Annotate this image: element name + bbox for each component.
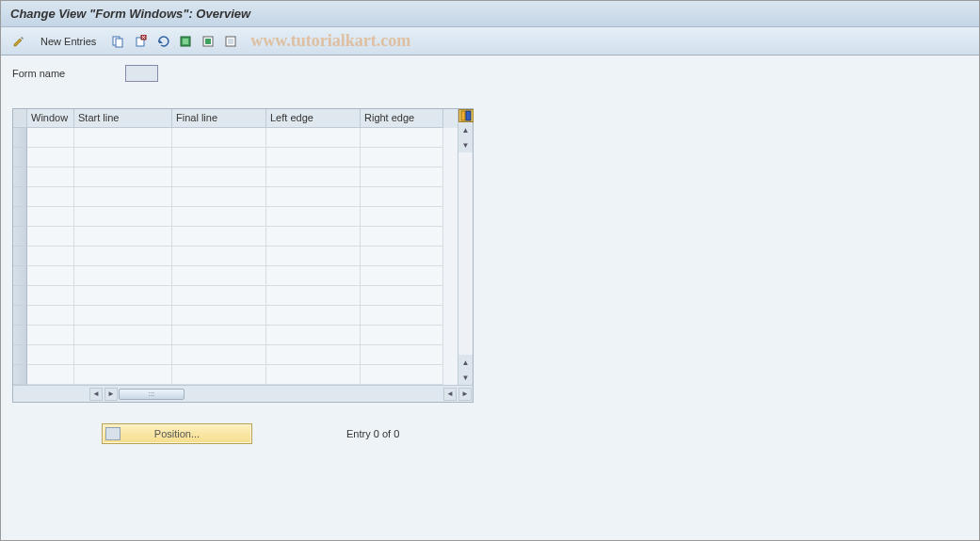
cell-window[interactable] bbox=[27, 128, 74, 148]
cell-left-edge[interactable] bbox=[266, 187, 361, 207]
cell-start-line[interactable] bbox=[74, 207, 172, 227]
cell-start-line[interactable] bbox=[74, 247, 172, 266]
cell-final-line[interactable] bbox=[172, 187, 266, 207]
cell-final-line[interactable] bbox=[172, 167, 266, 187]
vertical-scroll-track[interactable] bbox=[458, 152, 473, 355]
cell-final-line[interactable] bbox=[172, 266, 266, 286]
row-selector[interactable] bbox=[13, 247, 27, 266]
cell-final-line[interactable] bbox=[172, 247, 266, 266]
cell-right-edge[interactable] bbox=[361, 128, 443, 148]
table-settings-icon[interactable] bbox=[458, 109, 474, 122]
cell-right-edge[interactable] bbox=[361, 326, 443, 345]
cell-window[interactable] bbox=[27, 306, 74, 326]
column-header-start-line[interactable]: Start line bbox=[74, 109, 172, 128]
cell-final-line[interactable] bbox=[172, 345, 266, 365]
select-all-rows-corner[interactable] bbox=[13, 109, 27, 128]
scroll-left-icon[interactable]: ◄ bbox=[89, 388, 103, 401]
scroll-down-page-icon[interactable]: ▲ bbox=[458, 355, 473, 370]
cell-final-line[interactable] bbox=[172, 286, 266, 306]
cell-window[interactable] bbox=[27, 266, 74, 286]
cell-left-edge[interactable] bbox=[266, 227, 361, 247]
cell-left-edge[interactable] bbox=[266, 365, 361, 385]
cell-window[interactable] bbox=[27, 148, 74, 167]
cell-window[interactable] bbox=[27, 227, 74, 247]
row-selector[interactable] bbox=[13, 207, 27, 227]
cell-final-line[interactable] bbox=[172, 365, 266, 385]
cell-final-line[interactable] bbox=[172, 306, 266, 326]
cell-start-line[interactable] bbox=[74, 128, 172, 148]
position-button[interactable]: Position... bbox=[102, 423, 252, 444]
row-selector[interactable] bbox=[13, 167, 27, 187]
column-header-final-line[interactable]: Final line bbox=[172, 109, 266, 128]
row-selector[interactable] bbox=[13, 286, 27, 306]
cell-final-line[interactable] bbox=[172, 227, 266, 247]
cell-left-edge[interactable] bbox=[266, 345, 361, 365]
cell-start-line[interactable] bbox=[74, 286, 172, 306]
select-all-icon[interactable] bbox=[177, 33, 194, 50]
delete-icon[interactable] bbox=[132, 33, 149, 50]
cell-window[interactable] bbox=[27, 345, 74, 365]
cell-right-edge[interactable] bbox=[361, 207, 443, 227]
column-header-left-edge[interactable]: Left edge bbox=[266, 109, 361, 128]
cell-right-edge[interactable] bbox=[361, 247, 443, 266]
cell-left-edge[interactable] bbox=[266, 207, 361, 227]
scroll-left-end-icon[interactable]: ◄ bbox=[443, 388, 457, 401]
cell-right-edge[interactable] bbox=[361, 365, 443, 385]
cell-start-line[interactable] bbox=[74, 326, 172, 345]
row-selector[interactable] bbox=[13, 345, 27, 365]
cell-left-edge[interactable] bbox=[266, 148, 361, 167]
cell-start-line[interactable] bbox=[74, 167, 172, 187]
new-entries-button[interactable]: New Entries bbox=[35, 34, 102, 49]
cell-left-edge[interactable] bbox=[266, 128, 361, 148]
cell-left-edge[interactable] bbox=[266, 286, 361, 306]
row-selector[interactable] bbox=[13, 187, 27, 207]
cell-window[interactable] bbox=[27, 286, 74, 306]
cell-start-line[interactable] bbox=[74, 345, 172, 365]
horizontal-scroll-thumb[interactable]: ::: bbox=[119, 389, 185, 400]
cell-right-edge[interactable] bbox=[361, 167, 443, 187]
cell-final-line[interactable] bbox=[172, 128, 266, 148]
row-selector[interactable] bbox=[13, 266, 27, 286]
cell-start-line[interactable] bbox=[74, 306, 172, 326]
column-header-window[interactable]: Window bbox=[27, 109, 74, 128]
row-selector[interactable] bbox=[13, 306, 27, 326]
cell-window[interactable] bbox=[27, 326, 74, 345]
vertical-scrollbar[interactable]: ▲ ▼ ▲ ▼ bbox=[458, 109, 473, 385]
scroll-right-icon[interactable]: ► bbox=[458, 388, 472, 401]
cell-left-edge[interactable] bbox=[266, 167, 361, 187]
select-block-icon[interactable] bbox=[200, 33, 217, 50]
row-selector[interactable] bbox=[13, 326, 27, 345]
toggle-display-change-icon[interactable] bbox=[10, 33, 27, 50]
cell-window[interactable] bbox=[27, 167, 74, 187]
row-selector[interactable] bbox=[13, 365, 27, 385]
cell-right-edge[interactable] bbox=[361, 187, 443, 207]
cell-start-line[interactable] bbox=[74, 227, 172, 247]
scroll-right-step-icon[interactable]: ► bbox=[104, 388, 118, 401]
cell-window[interactable] bbox=[27, 187, 74, 207]
cell-right-edge[interactable] bbox=[361, 148, 443, 167]
horizontal-scrollbar[interactable]: ◄ ► ::: ◄ ► bbox=[13, 385, 473, 402]
cell-left-edge[interactable] bbox=[266, 247, 361, 266]
cell-final-line[interactable] bbox=[172, 326, 266, 345]
row-selector[interactable] bbox=[13, 148, 27, 167]
row-selector[interactable] bbox=[13, 128, 27, 148]
cell-right-edge[interactable] bbox=[361, 306, 443, 326]
cell-start-line[interactable] bbox=[74, 187, 172, 207]
scroll-down-icon[interactable]: ▼ bbox=[458, 370, 473, 385]
copy-as-icon[interactable] bbox=[109, 33, 126, 50]
cell-window[interactable] bbox=[27, 207, 74, 227]
cell-right-edge[interactable] bbox=[361, 345, 443, 365]
cell-right-edge[interactable] bbox=[361, 266, 443, 286]
cell-left-edge[interactable] bbox=[266, 326, 361, 345]
cell-window[interactable] bbox=[27, 365, 74, 385]
scroll-up-icon[interactable]: ▲ bbox=[458, 122, 473, 137]
cell-left-edge[interactable] bbox=[266, 306, 361, 326]
cell-final-line[interactable] bbox=[172, 207, 266, 227]
cell-left-edge[interactable] bbox=[266, 266, 361, 286]
undo-change-icon[interactable] bbox=[154, 33, 171, 50]
form-name-input[interactable] bbox=[125, 65, 158, 82]
cell-final-line[interactable] bbox=[172, 148, 266, 167]
scroll-up-page-icon[interactable]: ▼ bbox=[458, 137, 473, 152]
deselect-all-icon[interactable] bbox=[222, 33, 239, 50]
cell-right-edge[interactable] bbox=[361, 227, 443, 247]
